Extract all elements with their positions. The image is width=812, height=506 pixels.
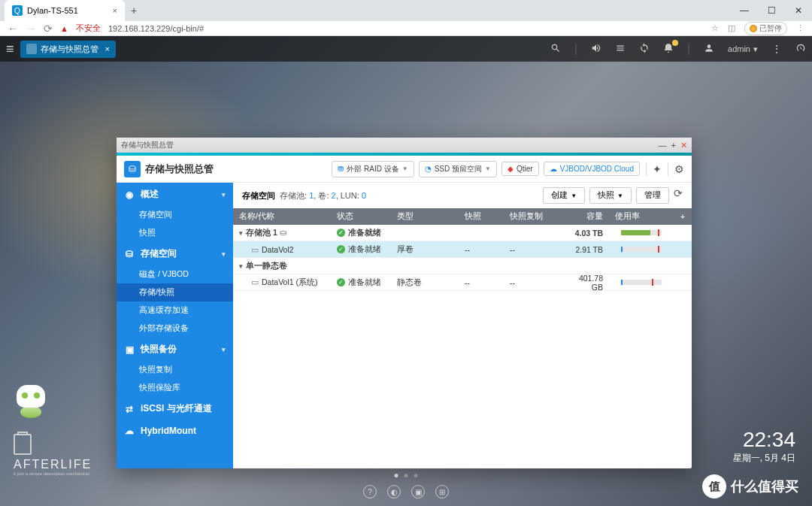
reload-button[interactable]: ⟳ bbox=[44, 23, 53, 35]
control-icon-3[interactable]: ▣ bbox=[411, 485, 425, 498]
tab-close-icon[interactable]: × bbox=[113, 6, 117, 15]
sync-icon[interactable] bbox=[639, 43, 650, 56]
app-tab-close-icon[interactable]: × bbox=[105, 44, 110, 53]
sidebar-item-snapshot-vault[interactable]: 快照保险库 bbox=[117, 379, 233, 397]
new-tab-button[interactable]: + bbox=[131, 5, 137, 17]
menu-icon[interactable]: ⋮ bbox=[796, 23, 804, 33]
col-capacity[interactable]: 容量 bbox=[564, 211, 609, 222]
sidebar: ◉概述▾ 存储空间 快照 ⛁存储空间▾ 磁盘 / VJBOD 存储/快照 高速缓… bbox=[117, 183, 233, 468]
sidebar-group-overview[interactable]: ◉概述▾ bbox=[117, 183, 233, 206]
window-heading: 存储与快照总管 bbox=[145, 162, 214, 176]
window-titlebar[interactable]: 存储与快照总管 — + ✕ bbox=[117, 138, 692, 153]
status-ok-icon: 准备就绪 bbox=[337, 277, 385, 288]
snapshot-button[interactable]: 快照 ▼ bbox=[589, 187, 632, 204]
star-icon[interactable]: ☆ bbox=[711, 23, 719, 33]
qtier-button[interactable]: ◆Qtier bbox=[501, 162, 539, 176]
pager-dot[interactable] bbox=[404, 474, 408, 477]
clock-widget: 22:34 星期一, 5月 4日 bbox=[733, 428, 795, 465]
create-button[interactable]: 创建 ▼ bbox=[543, 187, 585, 204]
extension-icon[interactable]: ◫ bbox=[728, 23, 735, 33]
window-maximize-icon[interactable]: + bbox=[671, 141, 676, 150]
sidebar-group-iscsi[interactable]: ⇄iSCSI 与光纤通道 bbox=[117, 397, 233, 420]
chevron-down-icon: ▾ bbox=[753, 44, 758, 54]
row-static-group[interactable]: ▾单一静态卷 bbox=[233, 258, 692, 274]
notification-icon[interactable] bbox=[663, 43, 674, 56]
menu-icon[interactable]: ≡ bbox=[6, 41, 14, 57]
volume-icon[interactable] bbox=[591, 43, 601, 56]
external-raid-button[interactable]: ⛃外部 RAID 设备▼ bbox=[332, 161, 414, 177]
sidebar-group-storage[interactable]: ⛁存储空间▾ bbox=[117, 242, 233, 265]
refresh-icon[interactable]: ⟳ bbox=[674, 187, 683, 204]
sidebar-item-storage-snapshot[interactable]: 存储/快照 bbox=[117, 283, 233, 301]
window-body: ◉概述▾ 存储空间 快照 ⛁存储空间▾ 磁盘 / VJBOD 存储/快照 高速缓… bbox=[117, 183, 692, 468]
col-type[interactable]: 类型 bbox=[391, 211, 459, 222]
disk-icon: ⛀ bbox=[280, 228, 286, 237]
sidebar-group-snapshot[interactable]: ▣快照备份▾ bbox=[117, 338, 233, 361]
window-toolbar: ⛁ 存储与快照总管 ⛃外部 RAID 设备▼ ◔SSD 预留空间▼ ◆Qtier… bbox=[117, 156, 692, 183]
extension-badge[interactable]: 已暂停 bbox=[744, 22, 787, 35]
sidebar-item-cache[interactable]: 高速缓存加速 bbox=[117, 301, 233, 320]
sidebar-item-external[interactable]: 外部存储设备 bbox=[117, 320, 233, 338]
toolbar-divider bbox=[646, 162, 647, 176]
minimize-button[interactable]: — bbox=[731, 0, 758, 21]
window-minimize-icon[interactable]: — bbox=[659, 141, 667, 150]
chevron-down-icon: ▾ bbox=[222, 250, 226, 258]
control-icon-2[interactable]: ◐ bbox=[387, 485, 401, 498]
main-header: 存储空间 存储池: 1, 卷: 2, LUN: 0 创建 ▼ 快照 ▼ 管理 ⟳ bbox=[233, 183, 692, 208]
sidebar-item-snapshot-replica[interactable]: 快照复制 bbox=[117, 361, 233, 379]
sidebar-item-snapshot-overview[interactable]: 快照 bbox=[117, 224, 233, 242]
url-text[interactable]: 192.168.123.229/cgi-bin/# bbox=[108, 24, 204, 33]
user-icon[interactable] bbox=[704, 43, 714, 56]
gear-icon[interactable]: ⚙ bbox=[674, 163, 684, 175]
dashboard-icon[interactable] bbox=[795, 43, 806, 56]
browser-tab[interactable]: Q Dylan-TS-551 × bbox=[5, 0, 125, 21]
col-name[interactable]: 名称/代称 bbox=[233, 211, 331, 222]
back-button[interactable]: ← bbox=[8, 23, 18, 35]
col-status[interactable]: 状态 bbox=[331, 211, 391, 222]
col-usage[interactable]: 使用率 bbox=[609, 211, 674, 222]
storage-app-icon bbox=[26, 44, 37, 54]
expand-icon[interactable]: ▾ bbox=[239, 229, 243, 237]
row-datavol1[interactable]: ▭DataVol1 (系统) 准备就绪 静态卷 -- -- 401.78 GB bbox=[233, 274, 692, 291]
forward-button[interactable]: → bbox=[26, 23, 36, 35]
close-button[interactable]: ✕ bbox=[785, 0, 812, 21]
tools-icon[interactable]: ✦ bbox=[653, 163, 662, 175]
search-icon[interactable] bbox=[550, 43, 561, 56]
expand-icon[interactable]: ▾ bbox=[239, 262, 243, 270]
dashboard-icon: ◉ bbox=[124, 189, 135, 200]
admin-menu[interactable]: admin ▾ bbox=[728, 44, 758, 54]
app-tab-storage[interactable]: 存储与快照总管 × bbox=[20, 41, 116, 58]
table-header: 名称/代称 状态 类型 快照 快照复制 容量 使用率 + bbox=[233, 208, 692, 225]
control-icon-4[interactable]: ⊞ bbox=[435, 485, 449, 498]
status-ok-icon: 准备就绪 bbox=[337, 244, 385, 255]
trash-icon[interactable] bbox=[14, 434, 32, 455]
sidebar-item-storage-overview[interactable]: 存储空间 bbox=[117, 206, 233, 224]
more-icon[interactable]: ⋮ bbox=[771, 43, 782, 55]
window-controls: — ☐ ✕ bbox=[731, 0, 812, 21]
ssd-cache-button[interactable]: ◔SSD 预留空间▼ bbox=[419, 161, 497, 177]
pager-dot[interactable] bbox=[414, 474, 418, 477]
usage-bar bbox=[621, 247, 662, 252]
sidebar-group-hybrid[interactable]: ☁HybridMount bbox=[117, 420, 233, 441]
col-replication[interactable]: 快照复制 bbox=[504, 211, 564, 222]
pager-dot[interactable] bbox=[395, 474, 398, 477]
maximize-button[interactable]: ☐ bbox=[758, 0, 785, 21]
control-icon-1[interactable]: ? bbox=[363, 485, 377, 498]
qnap-favicon-icon: Q bbox=[12, 5, 23, 16]
sidebar-item-disks[interactable]: 磁盘 / VJBOD bbox=[117, 265, 233, 283]
row-pool-1[interactable]: ▾存储池 1 ⛀ 准备就绪 4.03 TB bbox=[233, 225, 692, 241]
desktop-pager[interactable] bbox=[395, 474, 418, 477]
chevron-down-icon: ▾ bbox=[222, 191, 226, 198]
chevron-down-icon: ▾ bbox=[222, 346, 226, 353]
window-close-icon[interactable]: ✕ bbox=[680, 141, 687, 150]
storage-logo-icon: ⛁ bbox=[124, 161, 141, 177]
vjbod-button[interactable]: ☁VJBOD/VJBOD Cloud bbox=[544, 162, 640, 176]
col-snapshot[interactable]: 快照 bbox=[459, 211, 504, 222]
devices-icon[interactable] bbox=[615, 43, 626, 56]
row-datavol2[interactable]: ▭DataVol2 准备就绪 厚卷 -- -- 2.91 TB bbox=[233, 241, 692, 258]
link-icon: ⇄ bbox=[124, 404, 135, 414]
qbot-widget[interactable] bbox=[14, 385, 48, 420]
add-column-button[interactable]: + bbox=[674, 212, 692, 221]
manage-button[interactable]: 管理 bbox=[636, 187, 669, 204]
tab-row: Q Dylan-TS-551 × + — ☐ ✕ bbox=[0, 0, 812, 21]
